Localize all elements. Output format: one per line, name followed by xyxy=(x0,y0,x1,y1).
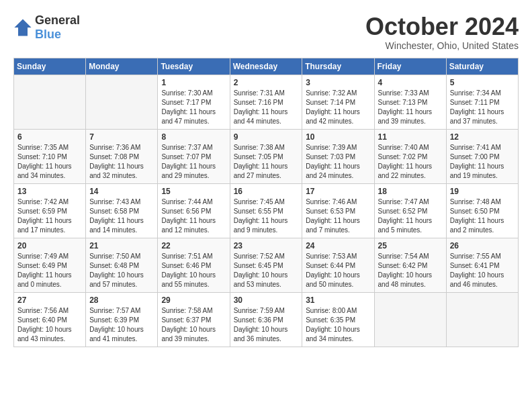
day-number: 18 xyxy=(378,187,443,196)
calendar-week-row: 13Sunrise: 7:42 AMSunset: 6:59 PMDayligh… xyxy=(14,183,519,238)
day-info: Sunrise: 7:47 AMSunset: 6:52 PMDaylight:… xyxy=(378,197,443,235)
calendar-cell: 11Sunrise: 7:40 AMSunset: 7:02 PMDayligh… xyxy=(374,129,446,183)
calendar-cell: 8Sunrise: 7:37 AMSunset: 7:07 PMDaylight… xyxy=(158,129,230,183)
day-number: 14 xyxy=(89,187,154,196)
day-info: Sunrise: 7:40 AMSunset: 7:02 PMDaylight:… xyxy=(378,143,443,181)
weekday-header: Wednesday xyxy=(230,58,302,75)
day-number: 10 xyxy=(306,132,370,142)
day-number: 23 xyxy=(234,241,299,250)
calendar-cell: 6Sunrise: 7:35 AMSunset: 7:10 PMDaylight… xyxy=(14,129,86,183)
calendar-cell xyxy=(446,292,518,347)
day-info: Sunrise: 7:41 AMSunset: 7:00 PMDaylight:… xyxy=(450,143,515,181)
day-number: 19 xyxy=(450,187,515,196)
calendar-week-row: 1Sunrise: 7:30 AMSunset: 7:17 PMDaylight… xyxy=(14,75,519,129)
calendar-cell: 12Sunrise: 7:41 AMSunset: 7:00 PMDayligh… xyxy=(446,129,518,183)
day-info: Sunrise: 8:00 AMSunset: 6:35 PMDaylight:… xyxy=(306,306,370,344)
day-number: 30 xyxy=(234,295,299,305)
day-number: 2 xyxy=(234,78,299,87)
calendar-cell: 18Sunrise: 7:47 AMSunset: 6:52 PMDayligh… xyxy=(374,183,446,238)
calendar-cell: 19Sunrise: 7:48 AMSunset: 6:50 PMDayligh… xyxy=(446,183,518,238)
day-number: 27 xyxy=(17,295,82,305)
day-number: 16 xyxy=(234,187,299,196)
day-number: 11 xyxy=(378,132,443,142)
calendar: SundayMondayTuesdayWednesdayThursdayFrid… xyxy=(13,58,519,347)
day-number: 5 xyxy=(450,78,515,87)
calendar-cell xyxy=(14,75,86,129)
calendar-cell: 1Sunrise: 7:30 AMSunset: 7:17 PMDaylight… xyxy=(158,75,230,129)
day-info: Sunrise: 7:32 AMSunset: 7:14 PMDaylight:… xyxy=(306,89,370,126)
day-info: Sunrise: 7:39 AMSunset: 7:03 PMDaylight:… xyxy=(306,143,370,181)
calendar-cell: 25Sunrise: 7:54 AMSunset: 6:42 PMDayligh… xyxy=(374,238,446,292)
calendar-cell: 21Sunrise: 7:50 AMSunset: 6:48 PMDayligh… xyxy=(86,238,158,292)
day-info: Sunrise: 7:54 AMSunset: 6:42 PMDaylight:… xyxy=(378,252,443,289)
calendar-cell: 7Sunrise: 7:36 AMSunset: 7:08 PMDaylight… xyxy=(86,129,158,183)
day-info: Sunrise: 7:38 AMSunset: 7:05 PMDaylight:… xyxy=(234,143,299,181)
logo-icon xyxy=(13,18,32,37)
svg-marker-0 xyxy=(14,19,31,36)
day-number: 8 xyxy=(161,132,226,142)
calendar-cell: 16Sunrise: 7:45 AMSunset: 6:55 PMDayligh… xyxy=(230,183,302,238)
weekday-header: Sunday xyxy=(14,58,86,75)
logo-text-blue: Blue xyxy=(35,28,61,41)
page-header: General Blue October 2024 Winchester, Oh… xyxy=(13,13,519,51)
day-number: 6 xyxy=(17,132,82,142)
day-number: 12 xyxy=(450,132,515,142)
weekday-header: Monday xyxy=(86,58,158,75)
calendar-cell: 13Sunrise: 7:42 AMSunset: 6:59 PMDayligh… xyxy=(14,183,86,238)
day-info: Sunrise: 7:50 AMSunset: 6:48 PMDaylight:… xyxy=(89,252,154,289)
day-number: 13 xyxy=(17,187,82,196)
weekday-header: Saturday xyxy=(446,58,518,75)
calendar-cell: 14Sunrise: 7:43 AMSunset: 6:58 PMDayligh… xyxy=(86,183,158,238)
calendar-cell: 15Sunrise: 7:44 AMSunset: 6:56 PMDayligh… xyxy=(158,183,230,238)
day-number: 24 xyxy=(306,241,370,250)
calendar-cell: 29Sunrise: 7:58 AMSunset: 6:37 PMDayligh… xyxy=(158,292,230,347)
calendar-cell: 27Sunrise: 7:56 AMSunset: 6:40 PMDayligh… xyxy=(14,292,86,347)
day-number: 22 xyxy=(161,241,226,250)
calendar-cell: 28Sunrise: 7:57 AMSunset: 6:39 PMDayligh… xyxy=(86,292,158,347)
calendar-week-row: 20Sunrise: 7:49 AMSunset: 6:49 PMDayligh… xyxy=(14,238,519,292)
calendar-week-row: 27Sunrise: 7:56 AMSunset: 6:40 PMDayligh… xyxy=(14,292,519,347)
calendar-cell: 20Sunrise: 7:49 AMSunset: 6:49 PMDayligh… xyxy=(14,238,86,292)
day-info: Sunrise: 7:52 AMSunset: 6:45 PMDaylight:… xyxy=(234,252,299,289)
weekday-header-row: SundayMondayTuesdayWednesdayThursdayFrid… xyxy=(14,58,519,75)
calendar-cell: 10Sunrise: 7:39 AMSunset: 7:03 PMDayligh… xyxy=(302,129,374,183)
day-info: Sunrise: 7:56 AMSunset: 6:40 PMDaylight:… xyxy=(17,306,82,344)
day-info: Sunrise: 7:53 AMSunset: 6:44 PMDaylight:… xyxy=(306,252,370,289)
day-info: Sunrise: 7:35 AMSunset: 7:10 PMDaylight:… xyxy=(17,143,82,181)
logo: General Blue xyxy=(13,13,80,42)
calendar-cell: 2Sunrise: 7:31 AMSunset: 7:16 PMDaylight… xyxy=(230,75,302,129)
calendar-cell: 4Sunrise: 7:33 AMSunset: 7:13 PMDaylight… xyxy=(374,75,446,129)
day-info: Sunrise: 7:55 AMSunset: 6:41 PMDaylight:… xyxy=(450,252,515,289)
day-number: 7 xyxy=(89,132,154,142)
day-info: Sunrise: 7:49 AMSunset: 6:49 PMDaylight:… xyxy=(17,252,82,289)
day-number: 28 xyxy=(89,295,154,305)
day-number: 15 xyxy=(161,187,226,196)
day-info: Sunrise: 7:30 AMSunset: 7:17 PMDaylight:… xyxy=(161,89,226,126)
weekday-header: Tuesday xyxy=(158,58,230,75)
weekday-header: Friday xyxy=(374,58,446,75)
calendar-cell: 30Sunrise: 7:59 AMSunset: 6:36 PMDayligh… xyxy=(230,292,302,347)
calendar-cell: 24Sunrise: 7:53 AMSunset: 6:44 PMDayligh… xyxy=(302,238,374,292)
day-number: 20 xyxy=(17,241,82,250)
calendar-cell xyxy=(86,75,158,129)
day-number: 21 xyxy=(89,241,154,250)
day-info: Sunrise: 7:31 AMSunset: 7:16 PMDaylight:… xyxy=(234,89,299,126)
day-info: Sunrise: 7:48 AMSunset: 6:50 PMDaylight:… xyxy=(450,197,515,235)
calendar-week-row: 6Sunrise: 7:35 AMSunset: 7:10 PMDaylight… xyxy=(14,129,519,183)
title-block: October 2024 Winchester, Ohio, United St… xyxy=(365,13,519,51)
day-number: 4 xyxy=(378,78,443,87)
day-info: Sunrise: 7:59 AMSunset: 6:36 PMDaylight:… xyxy=(234,306,299,344)
day-number: 26 xyxy=(450,241,515,250)
month-title: October 2024 xyxy=(365,13,519,40)
day-info: Sunrise: 7:34 AMSunset: 7:11 PMDaylight:… xyxy=(450,89,515,126)
calendar-cell: 23Sunrise: 7:52 AMSunset: 6:45 PMDayligh… xyxy=(230,238,302,292)
day-info: Sunrise: 7:43 AMSunset: 6:58 PMDaylight:… xyxy=(89,197,154,235)
location: Winchester, Ohio, United States xyxy=(365,40,519,51)
day-info: Sunrise: 7:36 AMSunset: 7:08 PMDaylight:… xyxy=(89,143,154,181)
day-info: Sunrise: 7:37 AMSunset: 7:07 PMDaylight:… xyxy=(161,143,226,181)
weekday-header: Thursday xyxy=(302,58,374,75)
day-number: 25 xyxy=(378,241,443,250)
calendar-cell: 9Sunrise: 7:38 AMSunset: 7:05 PMDaylight… xyxy=(230,129,302,183)
calendar-cell: 22Sunrise: 7:51 AMSunset: 6:46 PMDayligh… xyxy=(158,238,230,292)
day-info: Sunrise: 7:58 AMSunset: 6:37 PMDaylight:… xyxy=(161,306,226,344)
